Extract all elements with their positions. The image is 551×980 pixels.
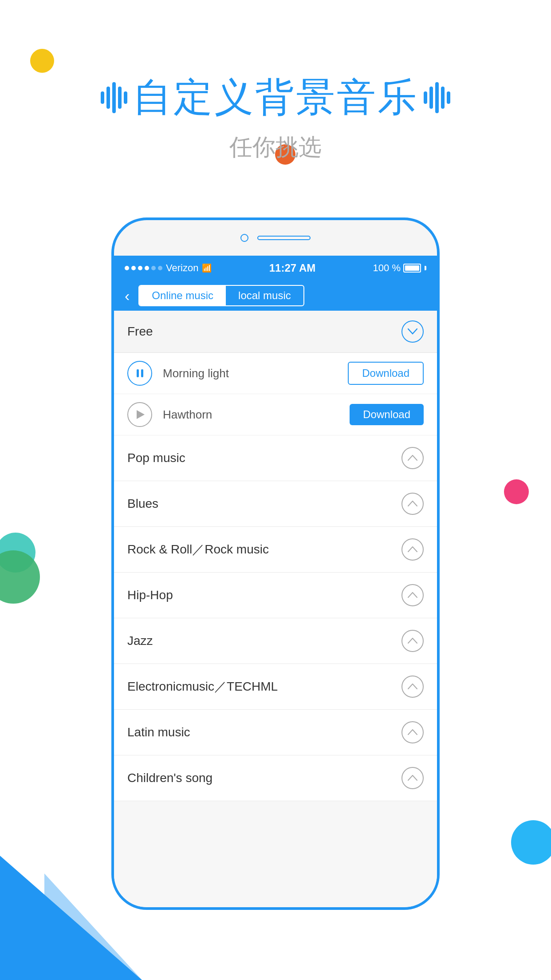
status-bar: Verizon 📶 11:27 AM 100 % (114, 256, 437, 281)
category-toggle-children[interactable] (401, 767, 424, 789)
tab-local-music[interactable]: local music (226, 286, 303, 305)
phone-frame: Verizon 📶 11:27 AM 100 % ‹ Online music … (111, 217, 440, 910)
phone-top-bar (114, 220, 437, 256)
free-section-header: Free (114, 311, 437, 353)
status-left: Verizon 📶 (125, 262, 212, 274)
download-btn-morning-light[interactable]: Download (348, 362, 424, 385)
pause-icon (137, 369, 143, 377)
battery-percent: 100 % (373, 262, 401, 274)
battery-fill (405, 265, 419, 271)
play-button-hawthorn[interactable] (127, 402, 152, 427)
play-icon-hawthorn (137, 410, 145, 419)
signal-dots (125, 266, 162, 270)
song-row-hawthorn: Hawthorn Download (114, 394, 437, 435)
pause-button-morning-light[interactable] (127, 361, 152, 386)
battery-tip (425, 266, 426, 270)
phone-mockup: Verizon 📶 11:27 AM 100 % ‹ Online music … (111, 217, 440, 910)
category-toggle-hiphop[interactable] (401, 584, 424, 606)
nav-bar: ‹ Online music local music (114, 281, 437, 311)
category-row-jazz[interactable]: Jazz (114, 618, 437, 664)
category-toggle-rock[interactable] (401, 538, 424, 561)
hero-title-text: 自定义背景音乐 (133, 71, 418, 124)
content-area: Free Morning light Download (114, 311, 437, 907)
carrier-name: Verizon (166, 262, 198, 274)
waveform-left (101, 82, 127, 113)
category-toggle-jazz[interactable] (401, 630, 424, 652)
pause-bar-1 (137, 369, 139, 377)
speaker-bar (257, 236, 311, 240)
song-title-hawthorn: Hawthorn (163, 408, 339, 422)
category-toggle-electronic[interactable] (401, 676, 424, 698)
song-title-morning-light: Morning light (163, 367, 337, 380)
category-row-latin[interactable]: Latin music (114, 710, 437, 755)
category-label-hiphop: Hip-Hop (127, 588, 173, 602)
back-button[interactable]: ‹ (125, 287, 130, 304)
wifi-icon: 📶 (202, 263, 212, 273)
category-label-blues: Blues (127, 497, 158, 511)
category-label-pop: Pop music (127, 451, 185, 465)
pause-bar-2 (141, 369, 143, 377)
category-label-jazz: Jazz (127, 634, 153, 648)
blue-dot (511, 820, 551, 865)
category-toggle-pop[interactable] (401, 447, 424, 469)
category-row-children[interactable]: Children's song (114, 755, 437, 801)
music-tab-group: Online music local music (138, 285, 304, 306)
song-row-morning-light: Morning light Download (114, 353, 437, 394)
tab-online-music[interactable]: Online music (139, 286, 226, 305)
clock: 11:27 AM (269, 262, 315, 274)
download-btn-hawthorn[interactable]: Download (350, 404, 424, 425)
battery-icon (403, 264, 421, 273)
category-row-hiphop[interactable]: Hip-Hop (114, 573, 437, 618)
category-label-electronic: Electronicmusic／TECHML (127, 678, 278, 695)
category-row-electronic[interactable]: Electronicmusic／TECHML (114, 664, 437, 710)
category-label-latin: Latin music (127, 725, 190, 739)
yellow-dot (30, 49, 54, 73)
hero-section: 自定义背景音乐 任你挑选 (0, 71, 551, 163)
front-camera (240, 234, 248, 242)
free-label: Free (127, 324, 153, 339)
category-row-rock[interactable]: Rock & Roll／Rock music (114, 527, 437, 573)
category-row-pop[interactable]: Pop music (114, 435, 437, 481)
category-label-rock: Rock & Roll／Rock music (127, 541, 269, 558)
category-row-blues[interactable]: Blues (114, 481, 437, 527)
category-toggle-latin[interactable] (401, 721, 424, 743)
pink-dot (504, 479, 529, 504)
hero-title: 自定义背景音乐 (101, 71, 450, 124)
category-label-children: Children's song (127, 771, 213, 785)
hero-subtitle: 任你挑选 (229, 132, 322, 163)
status-right: 100 % (373, 262, 426, 274)
waveform-right (424, 82, 450, 113)
free-section-toggle[interactable] (401, 320, 424, 343)
category-toggle-blues[interactable] (401, 493, 424, 515)
